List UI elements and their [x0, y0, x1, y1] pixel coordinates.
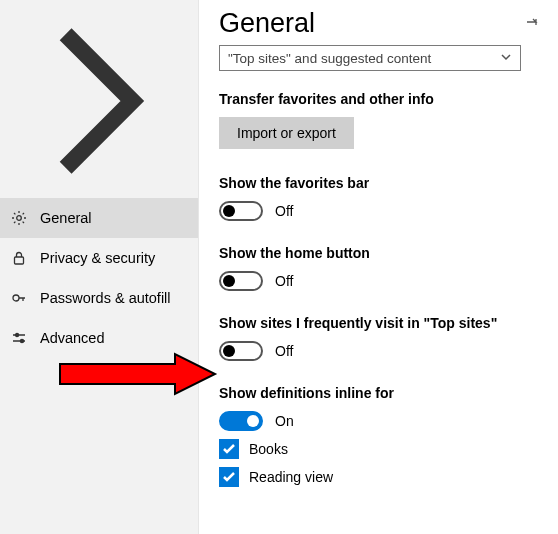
chevron-down-icon	[500, 51, 512, 66]
key-icon	[10, 289, 28, 307]
checkbox-label: Reading view	[249, 469, 333, 485]
definitions-state: On	[275, 413, 294, 429]
gear-icon	[10, 209, 28, 227]
books-checkbox[interactable]	[219, 439, 239, 459]
settings-sidebar: General Privacy & security Passwords & a…	[0, 0, 198, 534]
favorites-bar-toggle[interactable]	[219, 201, 263, 221]
sidebar-item-label: General	[40, 210, 92, 226]
home-button-toggle[interactable]	[219, 271, 263, 291]
pin-icon[interactable]	[524, 14, 540, 34]
sidebar-item-passwords[interactable]: Passwords & autofill	[0, 278, 198, 318]
sidebar-item-privacy[interactable]: Privacy & security	[0, 238, 198, 278]
import-export-button[interactable]: Import or export	[219, 117, 354, 149]
sidebar-item-label: Passwords & autofill	[40, 290, 171, 306]
definitions-heading: Show definitions inline for	[219, 385, 540, 401]
favorites-bar-state: Off	[275, 203, 293, 219]
favorites-bar-heading: Show the favorites bar	[219, 175, 540, 191]
checkbox-label: Books	[249, 441, 288, 457]
sidebar-item-label: Advanced	[40, 330, 105, 346]
sidebar-item-advanced[interactable]: Advanced	[0, 318, 198, 358]
page-title: General	[219, 8, 315, 39]
lock-icon	[10, 249, 28, 267]
home-button-state: Off	[275, 273, 293, 289]
svg-rect-1	[15, 257, 24, 264]
top-sites-heading: Show sites I frequently visit in "Top si…	[219, 315, 540, 331]
svg-point-2	[13, 295, 19, 301]
svg-point-0	[17, 216, 22, 221]
back-row	[0, 8, 198, 198]
sidebar-item-label: Privacy & security	[40, 250, 155, 266]
chevron-right-icon[interactable]	[10, 176, 188, 193]
top-sites-state: Off	[275, 343, 293, 359]
top-sites-toggle[interactable]	[219, 341, 263, 361]
reading-view-checkbox[interactable]	[219, 467, 239, 487]
content-pane: General "Top sites" and suggested conten…	[198, 0, 558, 534]
new-tab-dropdown[interactable]: "Top sites" and suggested content	[219, 45, 521, 71]
definitions-toggle[interactable]	[219, 411, 263, 431]
dropdown-value: "Top sites" and suggested content	[228, 51, 431, 66]
sidebar-item-general[interactable]: General	[0, 198, 198, 238]
home-button-heading: Show the home button	[219, 245, 540, 261]
svg-point-4	[20, 339, 23, 342]
svg-point-3	[15, 333, 18, 336]
transfer-heading: Transfer favorites and other info	[219, 91, 540, 107]
sliders-icon	[10, 329, 28, 347]
